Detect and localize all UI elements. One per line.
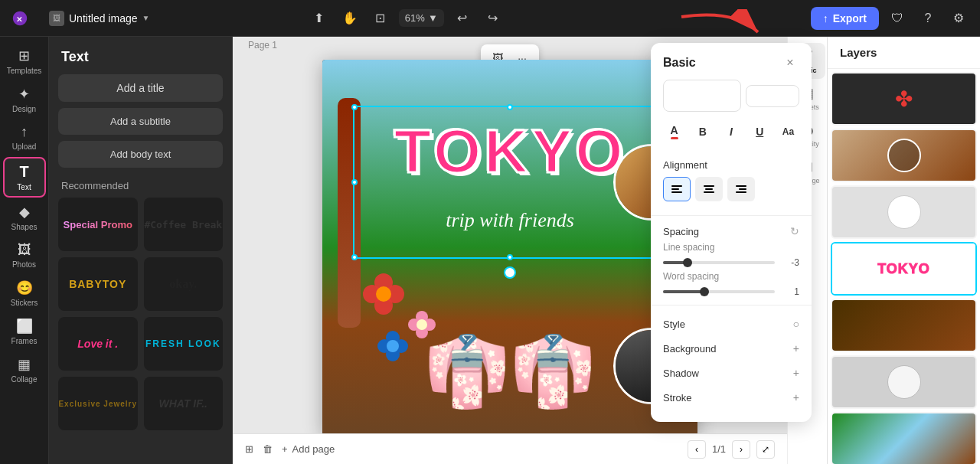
- sidebar-item-stickers[interactable]: 😊 Stickers: [3, 275, 46, 312]
- layer-item-3[interactable]: [831, 185, 977, 239]
- style-what-if[interactable]: WHAT IF..: [144, 377, 224, 430]
- style-babytoy[interactable]: BABYTOY: [58, 257, 138, 311]
- grid-bottom-button[interactable]: ⊞: [245, 443, 253, 455]
- add-title-button[interactable]: Add a title: [58, 74, 223, 102]
- pointer-tool-button[interactable]: ⬆: [307, 6, 332, 31]
- case-button[interactable]: Aa: [777, 119, 799, 144]
- line-spacing-slider[interactable]: [663, 261, 775, 264]
- help-button[interactable]: ?: [916, 6, 940, 31]
- next-page-button[interactable]: ›: [732, 440, 750, 459]
- frame-tool-button[interactable]: ⊡: [368, 6, 393, 31]
- stroke-expand-row[interactable]: Stroke +: [651, 385, 812, 410]
- spacing-refresh-button[interactable]: ↻: [790, 225, 799, 237]
- sidebar-item-collage[interactable]: ▦ Collage: [3, 351, 46, 388]
- bottom-bar: ⊞ 🗑 + Add page ‹ 1/1 › ⤢: [233, 433, 787, 464]
- align-right-button[interactable]: [727, 177, 755, 201]
- sidebar-item-frames[interactable]: ⬜ Frames: [3, 313, 46, 350]
- style-love-it[interactable]: Love it .: [58, 317, 138, 371]
- word-spacing-thumb[interactable]: [700, 287, 709, 296]
- text-panel-title: Text: [49, 37, 232, 71]
- color-underline: [671, 137, 678, 139]
- style-coffee-break[interactable]: #Coffee Break: [144, 198, 224, 251]
- svg-rect-22: [736, 185, 746, 187]
- document-title-area: 🖼 Untitled image ▼: [49, 11, 149, 26]
- document-name[interactable]: Untitled image: [69, 12, 138, 25]
- layer-item-7[interactable]: [831, 412, 977, 464]
- fullscreen-button[interactable]: ⤢: [756, 440, 775, 459]
- text-color-indicator: A: [671, 124, 678, 139]
- add-subtitle-button[interactable]: Add a subtitle: [58, 108, 223, 135]
- undo-button[interactable]: ↩: [450, 6, 475, 31]
- pagination-area: ‹ 1/1 › ⤢: [688, 440, 775, 459]
- topbar-right-area: ↑ Export 🛡 ? ⚙: [811, 6, 971, 31]
- canva-logo[interactable]: ✕: [9, 8, 31, 29]
- font-family-selector[interactable]: Chewy-Regular ▾: [663, 80, 741, 112]
- stroke-label: Stroke: [663, 392, 692, 404]
- sidebar-item-text[interactable]: T Text: [3, 157, 46, 198]
- style-expand-row[interactable]: Style ○: [651, 312, 812, 336]
- layer-item-6[interactable]: [831, 355, 977, 409]
- sidebar-item-templates[interactable]: ⊞ Templates: [3, 43, 46, 80]
- shadow-expand-row[interactable]: Shadow +: [651, 361, 812, 385]
- hand-tool-button[interactable]: ✋: [338, 6, 362, 31]
- add-page-button[interactable]: + Add page: [282, 443, 335, 455]
- font-family-chevron: ▾: [727, 90, 733, 102]
- style-special-promo[interactable]: Special Promo: [58, 198, 138, 251]
- document-dropdown-chevron[interactable]: ▼: [142, 14, 150, 22]
- export-label: Export: [833, 12, 867, 25]
- redo-button[interactable]: ↪: [481, 6, 505, 31]
- stickers-icon: 😊: [16, 279, 33, 296]
- layer-4-text: TOKYO: [877, 261, 930, 277]
- word-spacing-slider[interactable]: [663, 290, 775, 293]
- flower-pink: [407, 309, 437, 343]
- align-center-icon: [703, 183, 715, 195]
- trash-icon: 🗑: [263, 443, 273, 455]
- line-spacing-label: Line spacing: [651, 240, 812, 254]
- basic-panel-title: Basic: [663, 56, 696, 70]
- page-indicator: 1/1: [712, 443, 726, 455]
- delete-bottom-button[interactable]: 🗑: [263, 443, 273, 455]
- font-size-selector[interactable]: 65.05 ▾: [746, 85, 799, 107]
- design-label: Design: [12, 105, 36, 113]
- sidebar-item-upload[interactable]: ↑ Upload: [3, 119, 46, 155]
- background-expand-row[interactable]: Background +: [651, 336, 812, 361]
- sidebar-item-shapes[interactable]: ◆ Shapes: [3, 199, 46, 236]
- style-okay[interactable]: okay.: [144, 257, 224, 311]
- add-page-label: Add page: [292, 443, 335, 455]
- layer-item-5[interactable]: [831, 299, 977, 352]
- layers-list: ✤ TOKYO: [828, 69, 980, 464]
- layer-item-4[interactable]: TOKYO: [831, 242, 977, 296]
- svg-rect-18: [671, 191, 682, 193]
- background-plus-icon: +: [793, 342, 799, 355]
- style-exclusive[interactable]: Exclusive Jewelry: [58, 377, 138, 430]
- italic-button[interactable]: I: [720, 119, 742, 144]
- style-fresh-look[interactable]: FRESH LOOK: [144, 317, 224, 371]
- zoom-selector[interactable]: 61% ▼: [399, 9, 444, 27]
- sidebar-item-design[interactable]: ✦ Design: [3, 81, 46, 118]
- layers-panel-header: Layers: [828, 37, 980, 69]
- text-color-button[interactable]: A: [663, 119, 685, 144]
- sidebar-item-photos[interactable]: 🖼 Photos: [3, 237, 46, 273]
- layer-item-2[interactable]: [831, 129, 977, 182]
- line-spacing-thumb[interactable]: [683, 258, 692, 267]
- layer-item-1[interactable]: ✤: [831, 72, 977, 126]
- present-button[interactable]: 🛡: [885, 6, 910, 31]
- font-size-value: 65.05: [753, 90, 778, 102]
- underline-button[interactable]: U: [749, 119, 771, 144]
- align-left-button[interactable]: [663, 177, 691, 201]
- settings-button[interactable]: ⚙: [946, 6, 971, 31]
- basic-panel-close-button[interactable]: ×: [781, 54, 799, 72]
- trip-text[interactable]: trip with friends: [446, 209, 574, 232]
- add-body-button[interactable]: Add body text: [58, 141, 223, 168]
- color-a-label: A: [671, 124, 678, 136]
- what-if-label: WHAT IF..: [158, 397, 207, 410]
- prev-page-button[interactable]: ‹: [688, 440, 706, 459]
- zoom-chevron: ▼: [428, 12, 438, 24]
- export-button[interactable]: ↑ Export: [811, 7, 879, 30]
- tokyo-text[interactable]: TOKYO: [394, 121, 626, 182]
- templates-icon: ⊞: [18, 47, 30, 64]
- bold-button[interactable]: B: [691, 119, 714, 144]
- canvas-frame[interactable]: 👘👘 TOKYO trip with friends: [322, 60, 697, 433]
- layers-panel: Layers ✤: [827, 37, 980, 464]
- align-center-button[interactable]: [695, 177, 723, 201]
